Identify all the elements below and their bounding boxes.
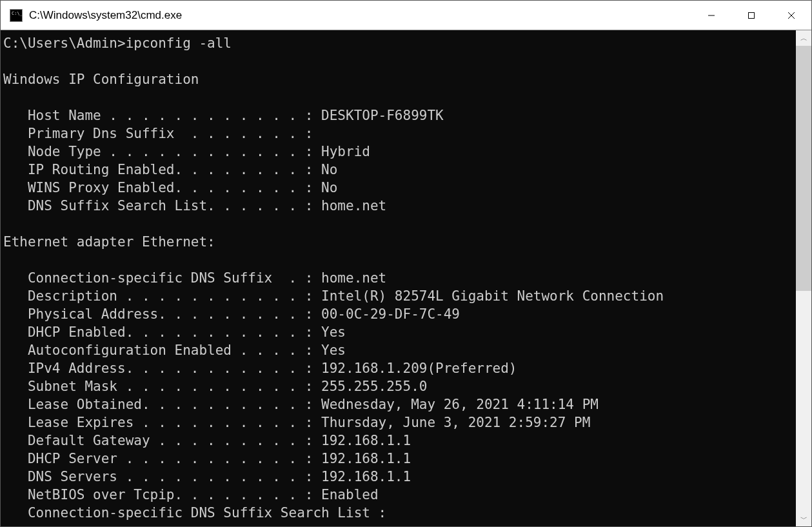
maximize-button[interactable] [731,1,771,30]
titlebar: C:\Windows\system32\cmd.exe [1,1,811,30]
chevron-down-icon: ﹀ [800,515,807,522]
scroll-thumb[interactable] [796,46,811,291]
close-button[interactable] [771,1,811,30]
console-area: C:\Users\Admin>ipconfig -all Windows IP … [1,30,811,526]
console-output[interactable]: C:\Users\Admin>ipconfig -all Windows IP … [1,30,796,526]
minimize-button[interactable] [691,1,731,30]
scroll-up-button[interactable]: ︿ [796,30,811,46]
scroll-down-button[interactable]: ﹀ [796,511,811,526]
window-title: C:\Windows\system32\cmd.exe [29,9,691,22]
scrollbar[interactable]: ︿ ﹀ [796,30,811,526]
cmd-icon [10,9,23,22]
svg-rect-1 [749,12,755,18]
window-controls [691,1,811,30]
chevron-up-icon: ︿ [800,35,807,42]
